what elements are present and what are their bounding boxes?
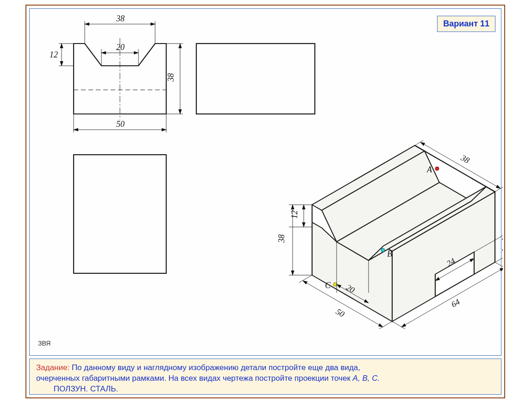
svg-text:50: 50 [116,120,125,129]
svg-text:50: 50 [334,307,346,319]
svg-line-58 [392,321,405,329]
task-line1: По данному виду и наглядному изображению… [69,363,360,372]
side-view-frame [196,44,315,114]
front-view: 38 20 12 38 [50,14,183,132]
svg-text:А: А [426,165,432,174]
svg-text:В: В [387,249,392,258]
task-label: Задание: [36,363,69,372]
svg-line-54 [299,275,312,283]
svg-text:20: 20 [116,43,125,52]
drawing-canvas: Вариант 11 3 [29,8,501,356]
svg-line-59 [495,262,503,270]
svg-text:38: 38 [116,14,125,23]
point-a [435,167,439,170]
svg-text:38: 38 [277,234,286,243]
svg-rect-22 [196,44,315,114]
svg-text:64: 64 [450,297,462,309]
drawing-frame: Вариант 11 3 [25,5,505,398]
svg-text:38: 38 [459,153,471,165]
task-line3: ПОЛЗУН. СТАЛЬ. [54,384,118,393]
task-text: Задание: По данному виду и наглядному из… [29,359,501,395]
svg-rect-23 [74,155,166,273]
point-b [381,248,385,252]
task-line2: очерченных габаритными рамками. На всех … [36,374,353,383]
author-initials: ЗВЯ [38,340,50,347]
isometric-view: А В С 38 12 [277,140,503,329]
svg-line-55 [379,321,392,329]
svg-text:38: 38 [166,73,175,82]
svg-text:С: С [325,281,331,290]
drawing-svg: 38 20 12 38 [30,9,503,355]
task-points: А, В, С. [353,374,380,383]
svg-text:12: 12 [290,210,299,219]
top-view-frame [74,155,166,273]
svg-text:12: 12 [50,50,58,59]
